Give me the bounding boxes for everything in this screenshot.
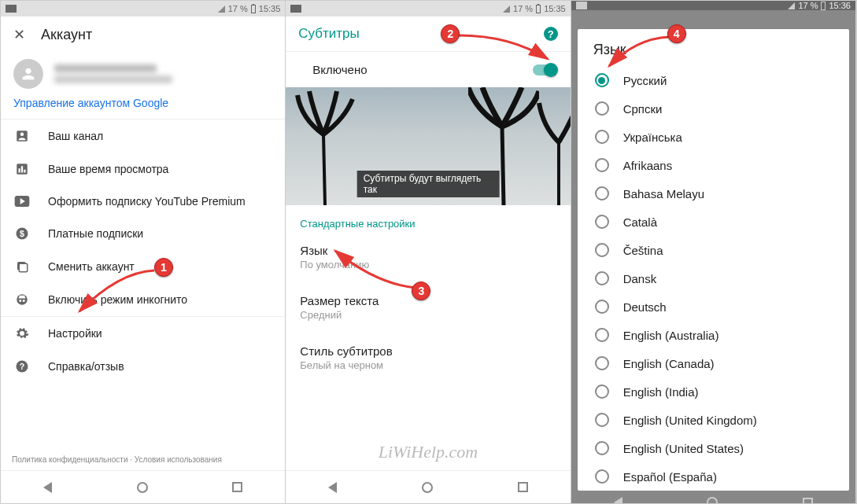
status-app-icon [290, 5, 301, 13]
toggle-switch[interactable] [533, 64, 556, 75]
bar-chart-icon [13, 162, 31, 176]
nav-recent-icon[interactable] [518, 482, 528, 492]
language-option[interactable]: English (United States) [578, 434, 849, 462]
svg-rect-10 [19, 263, 28, 272]
android-navbar [286, 470, 570, 503]
clock: 15:35 [544, 4, 566, 13]
close-icon[interactable]: ✕ [13, 26, 25, 43]
svg-text:$: $ [20, 229, 24, 238]
language-option[interactable]: Dansk [578, 264, 849, 292]
language-option[interactable]: English (Australia) [578, 321, 849, 349]
status-bar: 17 % 15:35 [1, 1, 285, 17]
language-option[interactable]: Español (España) [578, 462, 849, 491]
annotation-badge-4: 4 [667, 24, 686, 43]
radio-icon [595, 441, 609, 455]
menu-label: Сменить аккаунт [48, 260, 135, 273]
signal-icon [503, 6, 510, 13]
menu-label: Оформить подписку YouTube Premium [48, 195, 246, 208]
nav-back-icon[interactable] [328, 482, 337, 493]
language-label: Català [623, 215, 657, 229]
android-navbar [1, 470, 285, 503]
menu-label: Настройки [48, 327, 102, 340]
menu-label: Ваше время просмотра [48, 163, 168, 175]
signal-icon [218, 6, 225, 13]
battery-percent: 17 % [513, 4, 533, 13]
nav-home-icon[interactable] [707, 497, 718, 503]
clock: 15:36 [829, 1, 851, 10]
toggle-label: Включено [312, 63, 367, 76]
watermark: LiWiHelp.com [379, 442, 478, 462]
battery-percent: 17 % [798, 1, 818, 10]
svg-point-13 [23, 300, 25, 302]
language-option[interactable]: Русский [578, 66, 849, 94]
language-option[interactable]: Čeština [578, 236, 849, 264]
language-label: English (Canada) [623, 357, 715, 370]
nav-recent-icon[interactable] [803, 498, 813, 504]
nav-back-icon[interactable] [43, 482, 52, 493]
menu-label: Включить режим инкогнито [48, 293, 187, 306]
language-option[interactable]: Українська [578, 123, 849, 151]
menu-paid-subs[interactable]: $ Платные подписки [1, 217, 285, 250]
menu-switch-account[interactable]: Сменить аккаунт [1, 250, 285, 283]
menu-incognito[interactable]: Включить режим инкогнито [1, 283, 285, 316]
nav-back-icon[interactable] [614, 497, 622, 503]
footer-links[interactable]: Политика конфиденциальности · Условия ис… [1, 447, 285, 470]
radio-icon [595, 469, 609, 484]
battery-icon [821, 2, 826, 10]
android-navbar [571, 497, 855, 503]
manage-google-account-link[interactable]: Управление аккаунтом Google [1, 89, 285, 119]
language-label: Español (España) [623, 470, 717, 484]
language-option[interactable]: English (India) [578, 377, 849, 406]
menu-youtube-premium[interactable]: Оформить подписку YouTube Premium [1, 186, 285, 217]
menu-label: Ваш канал [48, 130, 103, 142]
profile-row[interactable] [1, 53, 285, 89]
radio-icon [595, 300, 609, 314]
nav-home-icon[interactable] [137, 482, 148, 493]
svg-rect-4 [21, 166, 23, 172]
menu-your-channel[interactable]: Ваш канал [1, 120, 285, 153]
captions-toggle-row[interactable]: Включено [286, 51, 570, 87]
language-dialog: Язык РусскийСрпскиУкраїнськаAfrikaansBah… [578, 29, 849, 491]
language-option[interactable]: Deutsch [578, 292, 849, 321]
radio-icon [595, 271, 609, 285]
phone-captions: 17 % 15:35 Субтитры ? Включено Субтитры … [286, 1, 571, 503]
avatar [13, 59, 43, 89]
language-option[interactable]: Afrikaans [578, 151, 849, 179]
menu-help[interactable]: ? Справка/отзыв [1, 350, 285, 383]
radio-icon [595, 356, 609, 370]
radio-icon [595, 101, 609, 116]
nav-recent-icon[interactable] [232, 482, 242, 492]
language-label: Afrikaans [623, 159, 673, 172]
account-title: Аккаунт [41, 27, 92, 43]
language-option[interactable]: Català [578, 208, 849, 236]
language-label: Српски [623, 102, 663, 116]
radio-icon [595, 215, 609, 229]
caption-preview: Субтитры будут выглядеть так [286, 87, 570, 205]
status-bar: 17 % 15:35 [286, 1, 570, 17]
language-option[interactable]: Српски [578, 94, 849, 123]
youtube-icon [13, 196, 31, 207]
captions-title: Субтитры [298, 26, 359, 42]
battery-icon [536, 5, 541, 13]
battery-icon [251, 5, 256, 13]
setting-caption-style[interactable]: Стиль субтитров Белый на черном [286, 337, 570, 379]
menu-label: Платные подписки [48, 227, 143, 240]
menu-settings[interactable]: Настройки [1, 317, 285, 350]
language-option[interactable]: English (Canada) [578, 349, 849, 377]
nav-home-icon[interactable] [422, 482, 433, 493]
annotation-badge-1: 1 [154, 258, 173, 277]
incognito-icon [13, 292, 31, 307]
menu-time-watched[interactable]: Ваше время просмотра [1, 153, 285, 186]
help-icon[interactable]: ? [544, 27, 558, 41]
captions-header: Субтитры ? [286, 17, 570, 51]
switch-account-icon [13, 259, 31, 274]
language-option[interactable]: English (United Kingdom) [578, 406, 849, 434]
status-app-icon [576, 2, 587, 9]
section-default-settings: Стандартные настройки [286, 205, 570, 236]
clock: 15:35 [259, 4, 281, 13]
setting-language[interactable]: Язык По умолчанию [286, 236, 570, 278]
phone-account: 17 % 15:35 ✕ Аккаунт Управление аккаунто… [1, 1, 286, 503]
language-option[interactable]: Bahasa Melayu [578, 179, 849, 208]
language-label: Dansk [623, 272, 657, 285]
setting-title: Стиль субтитров [300, 344, 556, 358]
